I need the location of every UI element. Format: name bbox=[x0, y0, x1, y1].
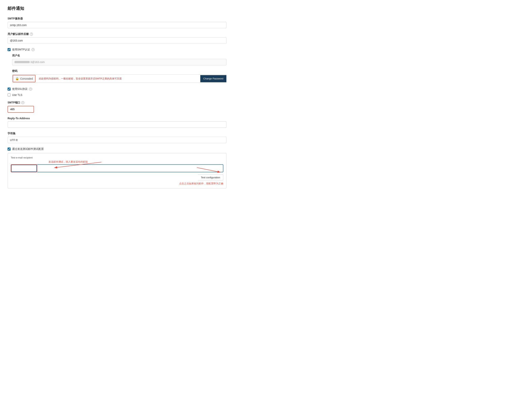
test-config-label: 通过发送测试邮件测试配置 bbox=[12, 147, 44, 151]
concealed-section: 🔒 Concealed bbox=[13, 75, 35, 82]
change-password-button[interactable]: Change Password bbox=[200, 75, 226, 82]
test-config-checkbox[interactable] bbox=[8, 148, 11, 150]
charset-group: 字符集 bbox=[8, 132, 227, 143]
test-hint-text: 发送邮件测试，填入要发送给的邮箱 bbox=[48, 160, 88, 164]
password-hint-text: 此处密码为授权码，一般在邮箱，安全设置里面开启SMTP之类的具体可百度 bbox=[36, 76, 200, 81]
test-email-input[interactable] bbox=[11, 165, 37, 172]
use-tls-row: Use TLS bbox=[8, 93, 227, 96]
test-config-button-row: Test configuration bbox=[11, 175, 223, 180]
smtp-port-label-row: SMTP端口 ? bbox=[8, 101, 227, 104]
smtp-auth-help-icon[interactable]: ? bbox=[31, 48, 34, 51]
use-ssl-row: 使用SSL协议 ? bbox=[8, 87, 227, 91]
password-label: 密码 bbox=[12, 69, 227, 73]
email-suffix-input[interactable] bbox=[8, 37, 227, 44]
smtp-port-help-icon[interactable]: ? bbox=[21, 101, 24, 104]
charset-input[interactable] bbox=[8, 137, 227, 143]
username-label: 用户名 bbox=[12, 54, 227, 57]
test-config-section: 通过发送测试邮件测试配置 Test e-mail recipient 发送邮件测… bbox=[8, 147, 227, 189]
use-ssl-label: 使用SSL协议 bbox=[12, 87, 28, 91]
smtp-port-group: SMTP端口 ? bbox=[8, 101, 227, 113]
use-tls-label: Use TLS bbox=[12, 93, 22, 96]
password-field-container: 🔒 Concealed 此处密码为授权码，一般在邮箱，安全设置里面开启SMTP之… bbox=[12, 74, 227, 83]
smtp-auth-section: 使用SMTP认证 ? 用户名 3@163.com 密码 🔒 Concealed bbox=[8, 48, 227, 83]
password-group: 密码 🔒 Concealed 此处密码为授权码，一般在邮箱，安全设置里面开启SM… bbox=[12, 69, 227, 83]
lock-icon: 🔒 bbox=[15, 77, 19, 80]
username-value-suffix: 3@163.com bbox=[31, 60, 45, 64]
smtp-port-input[interactable] bbox=[8, 106, 34, 113]
smtp-server-group: SMTP服务器 bbox=[8, 17, 227, 28]
smtp-port-label: SMTP端口 bbox=[8, 101, 20, 104]
username-blur bbox=[15, 61, 30, 63]
username-group: 用户名 3@163.com bbox=[12, 54, 227, 65]
test-email-input-rest[interactable] bbox=[37, 164, 223, 172]
email-suffix-help-icon[interactable]: ? bbox=[30, 33, 33, 36]
ssl-help-icon[interactable]: ? bbox=[29, 88, 32, 90]
concealed-text: Concealed bbox=[20, 77, 33, 80]
reply-to-group: Reply-To Address bbox=[8, 117, 227, 128]
reply-to-input[interactable] bbox=[8, 121, 227, 128]
test-email-input-annotated bbox=[11, 164, 37, 172]
use-smtp-auth-row: 使用SMTP认证 ? bbox=[8, 48, 227, 51]
test-config-checkbox-row: 通过发送测试邮件测试配置 bbox=[8, 147, 227, 151]
email-suffix-label-row: 用户默认邮件后缀 ? bbox=[8, 32, 227, 36]
email-suffix-group: 用户默认邮件后缀 ? bbox=[8, 32, 227, 44]
test-email-recipient-label: Test e-mail recipient bbox=[11, 156, 223, 159]
smtp-server-input[interactable] bbox=[8, 22, 227, 28]
reply-to-label: Reply-To Address bbox=[8, 117, 227, 120]
email-suffix-label: 用户默认邮件后缀 bbox=[8, 32, 29, 36]
test-email-input-row bbox=[11, 164, 223, 172]
use-tls-checkbox[interactable] bbox=[8, 93, 11, 96]
test-email-annotation-container: 发送邮件测试，填入要发送给的邮箱 bbox=[11, 160, 223, 164]
bottom-annotation-text: 点击之后如果收到邮件，那配置即为正确 bbox=[179, 182, 223, 185]
page-title: 邮件通知 bbox=[8, 6, 227, 11]
test-hint-row: 发送邮件测试，填入要发送给的邮箱 bbox=[11, 160, 223, 164]
charset-label: 字符集 bbox=[8, 132, 227, 135]
bottom-annotation: 点击之后如果收到邮件，那配置即为正确 bbox=[11, 182, 223, 185]
use-smtp-auth-label: 使用SMTP认证 bbox=[12, 48, 30, 51]
test-email-section: Test e-mail recipient 发送邮件测试，填入要发送给的邮箱 bbox=[8, 153, 227, 189]
username-display: 3@163.com bbox=[12, 59, 227, 65]
use-smtp-auth-checkbox[interactable] bbox=[8, 48, 11, 51]
use-ssl-checkbox[interactable] bbox=[8, 88, 11, 90]
smtp-server-label: SMTP服务器 bbox=[8, 17, 227, 20]
test-configuration-button[interactable]: Test configuration bbox=[198, 175, 223, 180]
